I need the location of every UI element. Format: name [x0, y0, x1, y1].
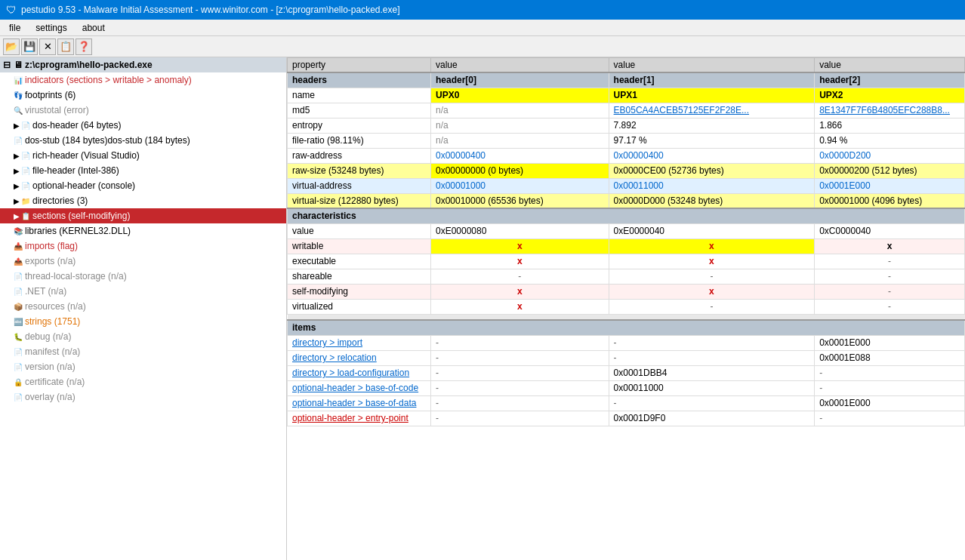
sidebar-item-label: manifest (n/a)	[25, 346, 80, 357]
value1-cell: 0x00011000	[609, 380, 815, 395]
sidebar-item-footprints[interactable]: 👣 footprints (6)	[0, 88, 286, 103]
table-row: directory > load-configuration - 0x0001D…	[288, 365, 965, 380]
value0-cell: n/a	[430, 103, 609, 118]
sidebar-item-overlay[interactable]: 📄 overlay (n/a)	[0, 389, 286, 405]
sidebar-item-dos-header[interactable]: ▶ 📄 dos-header (64 bytes)	[0, 118, 286, 133]
table-row: self-modifying x x -	[288, 284, 965, 299]
section-label: characteristics	[288, 208, 965, 223]
sidebar-item-label: version (n/a)	[25, 362, 76, 372]
sidebar-item-label: sections (self-modifying)	[32, 211, 130, 221]
sidebar-item-label: indicators (sections > writable > anomal…	[25, 75, 192, 85]
value1-cell: -	[609, 269, 815, 284]
value2-cell: UPX2	[815, 88, 965, 103]
close-button[interactable]: ✕	[39, 38, 56, 55]
separator-row	[288, 314, 965, 320]
value2-cell: 0xC0000040	[815, 223, 965, 238]
value0-cell: -	[430, 380, 609, 395]
open-button[interactable]: 📂	[3, 38, 20, 55]
section-items-row: items	[288, 320, 965, 335]
property-cell[interactable]: optional-header > base-of-code	[288, 380, 431, 395]
tree-root-icon: 🖥	[14, 60, 23, 70]
value1-cell: 0x00011000	[609, 178, 815, 193]
sidebar-item-manifest[interactable]: 📄 manifest (n/a)	[0, 344, 286, 359]
value1-cell: 97.17 %	[609, 133, 815, 148]
sidebar-item-label-text: dos-stub (184 bytes)	[107, 135, 190, 146]
sidebar-item-label: thread-local-storage (n/a)	[25, 271, 127, 282]
value0-cell: 0x00010000 (65536 bytes)	[430, 193, 609, 208]
value0-cell: x	[430, 284, 609, 299]
tree-item-icon: 📊	[14, 76, 23, 85]
property-cell[interactable]: directory > relocation	[288, 350, 431, 365]
property-cell: file-ratio (98.11%)	[288, 133, 431, 148]
sidebar-item-label: dos-header (64 bytes)	[32, 120, 121, 131]
table-row: writable x x x	[288, 238, 965, 254]
sidebar-item-dotnet[interactable]: 📄 .NET (n/a)	[0, 284, 286, 299]
table-row: value 0xE0000080 0xE0000040 0xC0000040	[288, 223, 965, 238]
property-cell[interactable]: directory > import	[288, 335, 431, 350]
value1-cell: -	[609, 350, 815, 365]
sidebar-item-virustotal[interactable]: 🔍 virustotal (error)	[0, 103, 286, 118]
sidebar-item-directories[interactable]: ▶ 📁 directories (3)	[0, 193, 286, 208]
save-button[interactable]: 💾	[21, 38, 38, 55]
section-characteristics-row: characteristics	[288, 208, 965, 223]
value2-cell: -	[815, 284, 965, 299]
sidebar-item-sections[interactable]: ▶ 📋 sections (self-modifying)	[0, 208, 286, 223]
sidebar-item-label: exports (n/a)	[25, 256, 76, 266]
sidebar-item-exports[interactable]: 📤 exports (n/a)	[0, 254, 286, 269]
sidebar-item-debug[interactable]: 🐛 debug (n/a)	[0, 329, 286, 344]
tree-item-icon: 📋	[21, 212, 30, 220]
sidebar-item-rich-header[interactable]: ▶ 📄 rich-header (Visual Studio)	[0, 148, 286, 163]
sidebar-item-strings[interactable]: 🔤 strings (1751)	[0, 314, 286, 329]
property-cell[interactable]: optional-header > entry-point	[288, 411, 431, 426]
sidebar-item-label: optional-header (console)	[32, 180, 135, 191]
subheader-2: header[2]	[815, 72, 965, 88]
sidebar-item-version[interactable]: 📄 version (n/a)	[0, 359, 286, 374]
expand-icon: ▶	[14, 197, 20, 205]
property-cell: executable	[288, 254, 431, 269]
tree-item-icon: 📄	[14, 363, 23, 371]
menu-file[interactable]: file	[3, 21, 26, 35]
property-cell: virtualized	[288, 299, 431, 314]
property-cell[interactable]: optional-header > base-of-data	[288, 395, 431, 411]
sidebar-item-imports[interactable]: 📥 imports (flag)	[0, 238, 286, 254]
value0-cell: -	[430, 395, 609, 411]
help-button[interactable]: ❓	[76, 38, 92, 55]
sidebar-item-label: directories (3)	[32, 195, 88, 206]
sidebar-item-certificate[interactable]: 🔒 certificate (n/a)	[0, 374, 286, 389]
menu-settings[interactable]: settings	[29, 21, 72, 35]
value1-cell: 0x0001DBB4	[609, 365, 815, 380]
sidebar-item-libraries[interactable]: 📚 libraries (KERNEL32.DLL)	[0, 223, 286, 238]
sidebar-item-optional-header[interactable]: ▶ 📄 optional-header (console)	[0, 178, 286, 193]
value0-cell: 0x00001000	[430, 178, 609, 193]
menu-about[interactable]: about	[76, 21, 111, 35]
value2-cell: -	[815, 269, 965, 284]
value1-cell: x	[609, 254, 815, 269]
expand-icon: ▶	[14, 212, 20, 220]
copy-button[interactable]: 📋	[57, 38, 74, 55]
sidebar-item-dos-stub[interactable]: 📄 dos-stub (184 bytes) dos-stub (184 byt…	[0, 133, 286, 148]
sidebar-item-file-header[interactable]: ▶ 📄 file-header (Intel-386)	[0, 163, 286, 178]
main-area: ⊟ 🖥 z:\cprogram\hello-packed.exe 📊 indic…	[0, 57, 965, 560]
property-cell: entropy	[288, 118, 431, 133]
sidebar-item-thread-local[interactable]: 📄 thread-local-storage (n/a)	[0, 269, 286, 284]
sidebar-item-label: dos-stub (184 bytes)	[25, 135, 107, 146]
tree-root[interactable]: ⊟ 🖥 z:\cprogram\hello-packed.exe	[0, 57, 286, 72]
value1-cell: 0x0000D000 (53248 bytes)	[609, 193, 815, 208]
property-cell: virtual-address	[288, 178, 431, 193]
expand-icon: ▶	[14, 152, 20, 160]
property-cell[interactable]: directory > load-configuration	[288, 365, 431, 380]
table-row: entropy n/a 7.892 1.866	[288, 118, 965, 133]
value0-cell: -	[430, 365, 609, 380]
sidebar-item-resources[interactable]: 📦 resources (n/a)	[0, 299, 286, 314]
value2-cell: 0x0001E000	[815, 178, 965, 193]
value1-cell[interactable]: EB05CA4ACEB57125EF2F28E...	[609, 103, 815, 118]
tree-item-icon: 📄	[14, 393, 23, 402]
value2-cell[interactable]: 8E1347F7F6B4805EFC288B8...	[815, 103, 965, 118]
value1-cell: 0x0001D9F0	[609, 411, 815, 426]
section-label: headers	[288, 72, 431, 88]
value2-cell: 0x00000200 (512 bytes)	[815, 163, 965, 178]
sidebar-item-indicators[interactable]: 📊 indicators (sections > writable > anom…	[0, 72, 286, 88]
subheader-0: header[0]	[430, 72, 609, 88]
col-value2-header: value	[815, 58, 965, 73]
value0-cell: 0x00000400	[430, 148, 609, 163]
